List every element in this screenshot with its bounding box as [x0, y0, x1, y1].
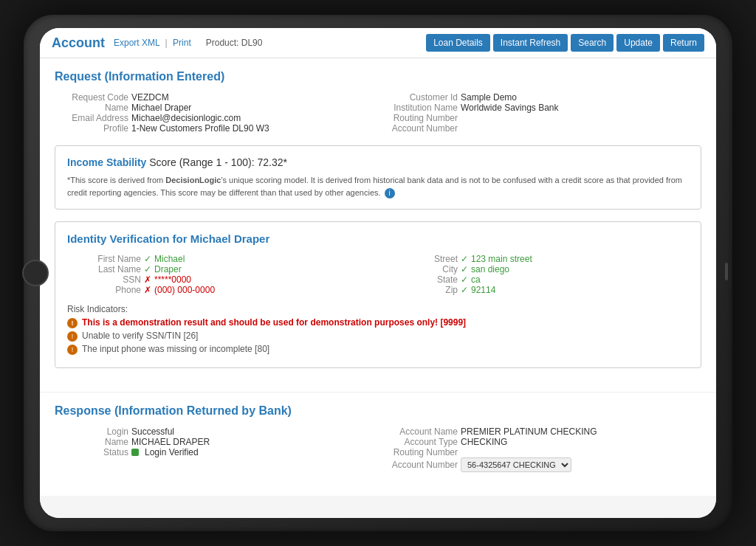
first-name-row: First Name ✓ Michael [67, 254, 372, 264]
name-row: Name Michael Draper [55, 103, 372, 113]
side-button[interactable] [725, 263, 728, 280]
account-name-label: Account Name [384, 426, 458, 437]
city-label: City [384, 264, 458, 274]
profile-row: Profile 1-New Customers Profile DL90 W3 [55, 123, 372, 134]
routing-number-label: Routing Number [384, 113, 458, 123]
customer-id-row: Customer Id Sample Demo [384, 92, 701, 103]
institution-name-value: Worldwide Savings Bank [461, 103, 559, 113]
email-value: Michael@decisionlogic.com [131, 113, 241, 123]
status-value: Login Verified [145, 447, 199, 457]
export-xml-link[interactable]: Export XML [114, 38, 159, 48]
header-bar: Account Export XML | Print Product: DL90… [40, 28, 716, 58]
phone-value: (000) 000-0000 [154, 285, 215, 295]
routing-number-row: Routing Number [384, 113, 701, 123]
risk-item-phone: ! The input phone was missing or incompl… [67, 344, 689, 355]
risk-indicators-section: Risk Indicators: ! This is a demonstrati… [67, 304, 689, 355]
profile-label: Profile [55, 123, 128, 134]
login-row: Login Successful [55, 426, 372, 437]
response-name-row: Name MICHAEL DRAPER [55, 437, 372, 447]
status-label: Status [55, 447, 128, 457]
identity-left-fields: First Name ✓ Michael Last Name ✓ Draper … [67, 254, 372, 295]
request-left-fields: Request Code VEZDCM Name Michael Draper … [55, 92, 372, 134]
name-value: Michael Draper [131, 103, 191, 113]
login-label: Login [55, 426, 128, 437]
score-note: *This score is derived from DecisionLogi… [67, 174, 689, 198]
account-number-label: Account Number [384, 123, 458, 134]
risk-text-ssn: Unable to verify SSN/TIN [26] [82, 331, 198, 341]
return-button[interactable]: Return [663, 34, 704, 52]
account-name-value: PREMIER PLATINUM CHECKING [461, 426, 597, 437]
street-value: 123 main street [471, 254, 532, 264]
identity-right-fields: Street ✓ 123 main street City ✓ san dieg… [384, 254, 689, 295]
first-name-check: ✓ [144, 254, 151, 264]
header-links: Export XML | Print [114, 38, 191, 48]
phone-row: Phone ✗ (000) 000-0000 [67, 285, 372, 295]
response-account-number-label: Account Number [384, 460, 458, 470]
request-code-row: Request Code VEZDCM [55, 92, 372, 103]
street-row: Street ✓ 123 main street [384, 254, 689, 264]
update-button[interactable]: Update [616, 34, 660, 52]
identity-verification-box: Identity Verification for Michael Draper… [55, 221, 701, 368]
ssn-label: SSN [67, 274, 141, 285]
product-label: Product: DL90 [206, 38, 263, 48]
risk-icon-phone: ! [67, 345, 78, 355]
risk-icon-demo: ! [67, 318, 78, 328]
score-title-rest: Score (Range 1 - 100): 72.32* [146, 156, 287, 168]
print-link[interactable]: Print [173, 38, 191, 48]
response-section-title: Response (Information Returned by Bank) [55, 404, 701, 418]
account-number-row: Account Number [384, 123, 701, 134]
zip-check: ✓ [461, 285, 468, 295]
request-code-label: Request Code [55, 92, 128, 103]
identity-fields-grid: First Name ✓ Michael Last Name ✓ Draper … [67, 254, 689, 295]
risk-indicators-label: Risk Indicators: [67, 304, 689, 314]
phone-check: ✗ [144, 285, 151, 295]
account-type-label: Account Type [384, 437, 458, 447]
risk-item-demo: ! This is a demonstration result and sho… [67, 317, 689, 328]
institution-name-label: Institution Name [384, 103, 458, 113]
score-title-bold: Income Stability [67, 156, 146, 168]
score-title: Income Stability Score (Range 1 - 100): … [67, 156, 689, 168]
zip-label: Zip [384, 285, 458, 295]
home-button[interactable] [22, 260, 49, 286]
phone-label: Phone [67, 285, 141, 295]
email-row: Email Address Michael@decisionlogic.com [55, 113, 372, 123]
account-number-select[interactable]: 56-4325647 CHECKING 56-4325647 SAVINGS [461, 457, 571, 472]
request-section-title: Request (Information Entered) [55, 70, 701, 83]
customer-id-value: Sample Demo [461, 92, 517, 103]
instant-refresh-button[interactable]: Instant Refresh [493, 34, 568, 52]
street-check: ✓ [461, 254, 468, 264]
response-right-fields: Account Name PREMIER PLATINUM CHECKING A… [384, 426, 701, 472]
customer-id-label: Customer Id [384, 92, 458, 103]
ssn-value: *****0000 [154, 274, 191, 285]
screen-content: Account Export XML | Print Product: DL90… [40, 28, 716, 518]
ssn-row: SSN ✗ *****0000 [67, 274, 372, 285]
response-section: Response (Information Returned by Bank) … [40, 392, 716, 496]
response-name-value: MICHAEL DRAPER [131, 437, 210, 447]
main-content: Request (Information Entered) Request Co… [40, 58, 716, 392]
zip-value: 92114 [471, 285, 495, 295]
risk-item-ssn: ! Unable to verify SSN/TIN [26] [67, 331, 689, 342]
request-code-value: VEZDCM [131, 92, 169, 103]
search-button[interactable]: Search [571, 34, 614, 52]
first-name-label: First Name [67, 254, 141, 264]
state-check: ✓ [461, 274, 468, 285]
risk-text-phone: The input phone was missing or incomplet… [82, 344, 269, 354]
name-label: Name [55, 103, 128, 113]
city-check: ✓ [461, 264, 468, 274]
state-row: State ✓ ca [384, 274, 689, 285]
response-info-grid: Login Successful Name MICHAEL DRAPER Sta… [55, 426, 701, 472]
ssn-check: ✗ [144, 274, 151, 285]
city-value: san diego [471, 264, 509, 274]
last-name-label: Last Name [67, 264, 141, 274]
header-buttons: Loan Details Instant Refresh Search Upda… [426, 34, 704, 52]
info-icon: i [385, 188, 395, 198]
request-right-fields: Customer Id Sample Demo Institution Name… [384, 92, 701, 134]
response-name-label: Name [55, 437, 128, 447]
last-name-row: Last Name ✓ Draper [67, 264, 372, 274]
identity-title: Identity Verification for Michael Draper [67, 232, 689, 245]
account-type-value: CHECKING [461, 437, 507, 447]
request-info-grid: Request Code VEZDCM Name Michael Draper … [55, 92, 701, 134]
loan-details-button[interactable]: Loan Details [426, 34, 490, 52]
account-type-row: Account Type CHECKING [384, 437, 701, 447]
first-name-value: Michael [154, 254, 185, 264]
